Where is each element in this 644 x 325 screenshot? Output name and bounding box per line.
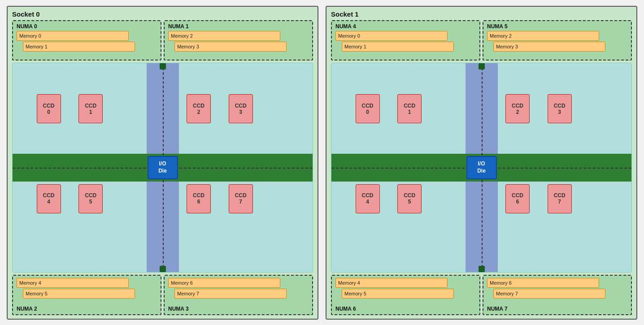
memory-box: Memory 3 [174,42,287,52]
io-die: I/O Die [148,156,178,179]
numa4-label: NUMA 4 [335,23,476,30]
numa1: NUMA 1Memory 2Memory 3 [164,20,313,61]
ccd-box: CCD 7 [548,184,572,213]
socket-label: Socket 1 [331,10,632,18]
ccd-box: CCD 0 [37,94,61,123]
memory-box: Memory 4 [17,278,129,288]
green-connector-bottom [160,266,166,272]
numa2: Memory 4Memory 5NUMA 2 [12,275,161,315]
memory-box: Memory 2 [168,31,280,41]
numa6: Memory 4Memory 5NUMA 6 [331,275,480,315]
memory-box: Memory 5 [342,289,454,299]
ccd-box: CCD 2 [505,94,530,123]
numa6-label: NUMA 6 [335,306,476,312]
ccd-box: CCD 4 [37,184,61,213]
memory-box: Memory 0 [335,31,448,41]
memory-box: Memory 7 [174,289,287,299]
numa3: Memory 6Memory 7NUMA 3 [164,275,313,315]
green-connector-bottom [479,266,485,272]
ccd-box: CCD 3 [548,94,572,123]
numa5: NUMA 5Memory 2Memory 3 [483,20,632,61]
ccd-box: CCD 0 [356,94,380,123]
socket1: Socket 1NUMA 4Memory 0Memory 1NUMA 5Memo… [326,6,637,320]
memory-box: Memory 6 [487,278,599,288]
numa5-label: NUMA 5 [487,23,627,30]
ccd-box: CCD 5 [78,184,103,213]
numa7-label: NUMA 7 [487,306,627,312]
memory-box: Memory 4 [335,278,448,288]
memory-box: Memory 1 [23,42,135,52]
ccd-box: CCD 7 [229,184,253,213]
socket0: Socket 0NUMA 0Memory 0Memory 1NUMA 1Memo… [7,6,318,320]
memory-box: Memory 7 [493,289,605,299]
numa1-label: NUMA 1 [168,23,309,30]
ccd-box: CCD 3 [229,94,253,123]
ccd-box: CCD 6 [505,184,530,213]
memory-box: Memory 5 [23,289,135,299]
memory-box: Memory 3 [493,42,605,52]
green-connector-top [160,63,166,69]
ccd-box: CCD 1 [78,94,103,123]
numa3-label: NUMA 3 [168,306,309,312]
numa0-label: NUMA 0 [17,23,157,30]
ccd-box: CCD 5 [397,184,422,213]
numa7: Memory 6Memory 7NUMA 7 [483,275,632,315]
io-die: I/O Die [466,156,497,179]
memory-box: Memory 1 [342,42,454,52]
memory-box: Memory 2 [487,31,599,41]
ccd-box: CCD 2 [187,94,211,123]
numa4: NUMA 4Memory 0Memory 1 [331,20,480,61]
ccd-box: CCD 1 [397,94,422,123]
ccd-box: CCD 4 [356,184,380,213]
socket-label: Socket 0 [12,10,313,18]
green-connector-top [479,63,485,69]
diagram: Socket 0NUMA 0Memory 0Memory 1NUMA 1Memo… [7,6,637,320]
memory-box: Memory 6 [168,278,280,288]
numa2-label: NUMA 2 [17,306,157,312]
ccd-box: CCD 6 [187,184,211,213]
memory-box: Memory 0 [17,31,129,41]
numa0: NUMA 0Memory 0Memory 1 [12,20,161,61]
